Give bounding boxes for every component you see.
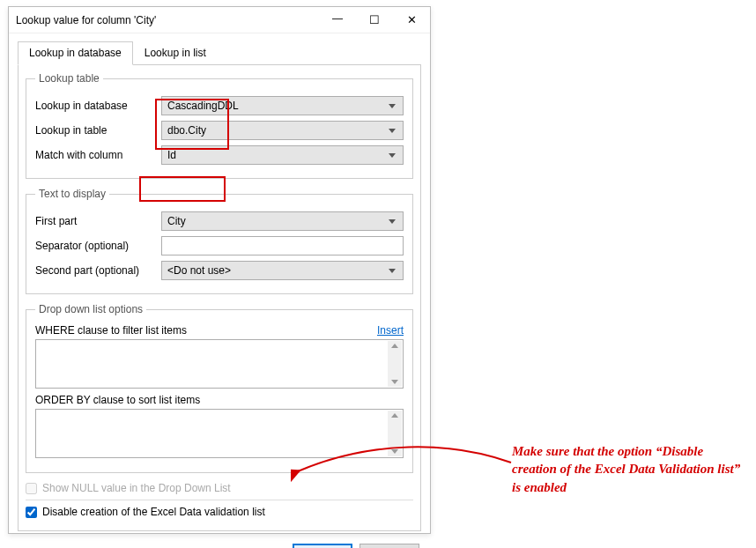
select-first-part[interactable]: City [161,211,404,231]
label-lookup-table: Lookup in table [35,124,161,137]
close-icon[interactable] [393,7,430,33]
select-first-part-value: City [167,215,186,227]
label-first-part: First part [35,215,161,227]
select-second-part-value: <Do not use> [167,264,231,277]
tab-panel-database: Lookup table Lookup in database Cascadin… [18,64,421,531]
label-disable-excel: Disable creation of the Excel Data valid… [42,506,265,518]
tab-lookup-database[interactable]: Lookup in database [18,41,133,65]
separator-line [26,500,413,500]
select-lookup-table-value: dbo.City [167,124,206,137]
select-lookup-database-value: CascadingDDL [167,100,239,112]
select-match-column[interactable]: Id [161,145,404,165]
label-lookup-database: Lookup in database [35,100,161,112]
cancel-button[interactable]: Cancel [359,544,419,548]
select-match-column-value: Id [167,149,176,161]
tab-lookup-list[interactable]: Lookup in list [133,41,218,65]
check-disable-excel-row[interactable]: Disable creation of the Excel Data valid… [26,506,413,518]
group-text-display-legend: Text to display [35,188,109,200]
lookup-dialog: Lookup value for column 'City' Lookup in… [8,6,431,534]
select-second-part[interactable]: <Do not use> [161,261,404,280]
label-second-part: Second part (optional) [35,264,161,277]
checkbox-disable-excel[interactable] [26,507,37,518]
group-text-display: Text to display First part City Separato… [26,188,413,294]
label-match-column: Match with column [35,149,161,161]
titlebar: Lookup value for column 'City' [9,7,430,33]
select-lookup-table[interactable]: dbo.City [161,121,404,140]
group-ddl-options-legend: Drop down list options [35,303,146,315]
textarea-where-clause[interactable] [35,339,404,389]
check-show-null-row: Show NULL value in the Drop Down List [26,482,413,494]
ok-button[interactable]: OK [293,544,352,548]
input-separator[interactable] [161,236,404,255]
label-order-by: ORDER BY clause to sort list items [35,394,404,406]
minimize-icon[interactable] [319,7,356,33]
dialog-footer: Delete lookup OK Cancel [18,544,421,548]
group-ddl-options: Drop down list options Insert WHERE clau… [26,303,413,473]
label-where-clause: WHERE clause to filter list items [35,324,404,337]
scrollbar-icon[interactable] [388,341,402,387]
checkbox-show-null [26,483,37,494]
dialog-content: Lookup in database Lookup in list Lookup… [9,33,430,548]
label-show-null: Show NULL value in the Drop Down List [42,482,231,494]
maximize-icon[interactable] [356,7,393,33]
label-separator: Separator (optional) [35,240,161,252]
group-lookup-table: Lookup table Lookup in database Cascadin… [26,72,413,179]
tabstrip: Lookup in database Lookup in list [18,41,421,65]
link-insert[interactable]: Insert [377,324,404,337]
textarea-order-by[interactable] [35,409,404,458]
select-lookup-database[interactable]: CascadingDDL [161,96,404,115]
annotation-text: Make sure that the option “Disable creat… [512,442,741,496]
group-lookup-table-legend: Lookup table [35,72,103,85]
scrollbar-icon[interactable] [388,411,402,456]
window-title: Lookup value for column 'City' [16,14,319,26]
